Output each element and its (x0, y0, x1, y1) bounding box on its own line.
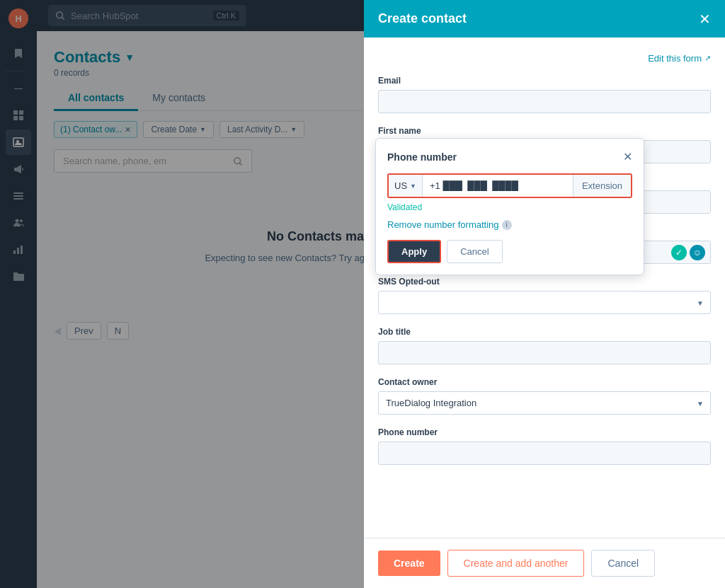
edit-form-link-row: Edit this form ↗ (378, 52, 711, 64)
sms-opted-out-field-group: SMS Opted-out Yes No (378, 277, 711, 314)
modal-cancel-button[interactable]: Cancel (591, 550, 655, 577)
sms-opted-out-select[interactable]: Yes No (378, 291, 711, 314)
phone-number-input[interactable] (378, 442, 711, 465)
phone-number-field-group: Phone number (378, 427, 711, 465)
extension-button[interactable]: Extension (573, 175, 631, 197)
phone-country-select[interactable]: US ▼ (389, 175, 423, 197)
phone-input-row: US ▼ Extension (387, 173, 632, 198)
email-input[interactable] (378, 90, 711, 113)
phone-popup-actions: Apply Cancel (387, 240, 632, 263)
country-dropdown-icon: ▼ (410, 183, 416, 190)
modal-body: Edit this form ↗ Email First name Last n… (364, 38, 725, 538)
edit-form-link[interactable]: Edit this form ↗ (648, 53, 711, 64)
email-field-group: Email (378, 76, 711, 113)
external-link-icon: ↗ (704, 54, 711, 63)
contact-owner-label: Contact owner (378, 377, 711, 387)
phone-icon-teal[interactable]: ☺ (690, 245, 705, 260)
phone-number-popup: Phone number ✕ US ▼ Extension Validated … (375, 138, 644, 275)
remove-formatting-link[interactable]: Remove number formatting i (387, 219, 632, 230)
job-title-label: Job title (378, 327, 711, 337)
email-label: Email (378, 76, 711, 86)
phone-field-icons: ✓ ☺ (671, 245, 705, 260)
sms-opted-out-select-wrapper: Yes No (378, 291, 711, 314)
modal-header: Create contact ✕ (364, 0, 725, 38)
create-contact-modal: Create contact ✕ Edit this form ↗ Email … (364, 0, 725, 588)
phone-number-popup-input[interactable] (423, 175, 573, 197)
firstname-label: First name (378, 126, 711, 136)
phone-popup-close-button[interactable]: ✕ (623, 150, 632, 163)
phone-number-label: Phone number (378, 427, 711, 437)
contact-owner-field-group: Contact owner TrueDialog Integration (378, 377, 711, 415)
create-and-add-another-button[interactable]: Create and add another (447, 550, 585, 577)
apply-button[interactable]: Apply (387, 240, 441, 263)
modal-close-button[interactable]: ✕ (699, 12, 711, 26)
create-button[interactable]: Create (378, 550, 440, 576)
phone-icon-green[interactable]: ✓ (671, 245, 687, 260)
validated-text: Validated (387, 202, 632, 212)
contact-owner-select[interactable]: TrueDialog Integration (378, 391, 711, 415)
info-icon: i (502, 220, 512, 230)
modal-title: Create contact (378, 11, 467, 26)
phone-cancel-button[interactable]: Cancel (447, 240, 502, 263)
phone-popup-header: Phone number ✕ (387, 150, 632, 163)
sms-opted-out-label: SMS Opted-out (378, 277, 711, 287)
job-title-field-group: Job title (378, 327, 711, 364)
modal-footer: Create Create and add another Cancel (364, 538, 725, 588)
modal-overlay: Create contact ✕ Edit this form ↗ Email … (0, 0, 725, 588)
contact-owner-select-wrapper: TrueDialog Integration (378, 391, 711, 415)
country-code-text: US (394, 180, 407, 191)
job-title-input[interactable] (378, 341, 711, 364)
phone-popup-title: Phone number (387, 151, 457, 163)
